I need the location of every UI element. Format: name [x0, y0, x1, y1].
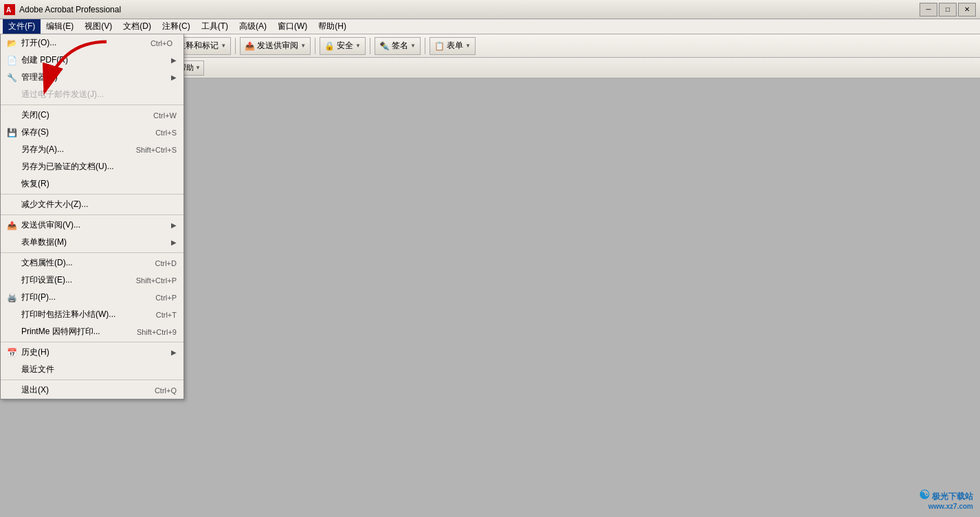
- menu-printme[interactable]: PrintMe 因特网打印... Shift+Ctrl+9: [1, 323, 183, 340]
- menu-bar: 文件(F) 编辑(E) 视图(V) 文档(D) 注释(C) 工具(T) 高级(A…: [0, 19, 980, 34]
- menu-save-as[interactable]: 另存为(A)... Shift+Ctrl+S: [1, 141, 183, 158]
- print-setup-icon: [6, 275, 17, 286]
- save-as-shortcut: Shift+Ctrl+S: [136, 146, 177, 154]
- menu-save-verified[interactable]: 另存为已验证的文档(U)...: [1, 158, 183, 175]
- history-submenu-icon: ▶: [171, 349, 177, 356]
- exit-icon: [6, 385, 17, 396]
- menu-item-view[interactable]: 视图(V): [79, 19, 118, 34]
- form-data-icon: [6, 237, 17, 248]
- menu-manager[interactable]: 🔧 管理器(N) ▶: [1, 69, 183, 86]
- printme-shortcut: Shift+Ctrl+9: [137, 328, 177, 336]
- send-email-icon: [6, 89, 17, 100]
- security-dropdown-icon: ▼: [355, 43, 361, 49]
- menu-revert[interactable]: 恢复(R): [1, 175, 183, 192]
- send-review-icon: 📤: [245, 41, 255, 51]
- menu-form-data[interactable]: 表单数据(M) ▶: [1, 234, 183, 251]
- file-menu-dropdown: 📂 打开(O)... Ctrl+O 📄 创建 PDF(R) ▶ 🔧 管理器(N)…: [0, 34, 184, 399]
- menu-doc-props[interactable]: 文档属性(D)... Ctrl+D: [1, 254, 183, 272]
- toolbar-sep-5: [315, 38, 315, 54]
- save-verified-icon: [6, 162, 17, 173]
- minimize-button[interactable]: ─: [920, 3, 937, 16]
- maximize-button[interactable]: □: [939, 3, 957, 16]
- print-comments-icon: [6, 309, 17, 320]
- sep-3: [1, 214, 183, 215]
- toolbar-sep-4: [235, 38, 236, 54]
- open-label: 打开(O)...: [21, 37, 56, 49]
- forms-icon: 📋: [434, 41, 445, 51]
- sep-6: [1, 380, 183, 380]
- sign-button[interactable]: ✒️ 签名 ▼: [375, 37, 421, 55]
- save-as-icon: [6, 144, 17, 155]
- sign-icon: ✒️: [379, 41, 390, 51]
- menu-item-help[interactable]: 帮助(H): [313, 19, 352, 34]
- print-setup-shortcut: Shift+Ctrl+P: [136, 276, 177, 285]
- menu-item-edit[interactable]: 编辑(E): [41, 19, 79, 34]
- send-review-button[interactable]: 📤 发送供审阅 ▼: [240, 37, 311, 55]
- forms-button[interactable]: 📋 表单 ▼: [430, 37, 476, 55]
- watermark-site: 极光下载站: [932, 492, 973, 501]
- watermark: ☯ 极光下载站 www.xz7.com: [919, 487, 973, 510]
- menu-reduce[interactable]: 减少文件大小(Z)...: [1, 196, 183, 213]
- sep-1: [1, 104, 183, 105]
- title-bar: A Adobe Acrobat Professional ─ □ ✕: [0, 0, 980, 19]
- app-icon: A: [4, 4, 15, 15]
- menu-print-comments[interactable]: 打印时包括注释小结(W)... Ctrl+T: [1, 306, 183, 323]
- security-button[interactable]: 🔒 安全 ▼: [320, 37, 366, 55]
- close-button[interactable]: ✕: [958, 3, 976, 16]
- menu-open[interactable]: 📂 打开(O)... Ctrl+O: [1, 34, 183, 52]
- printme-icon: [6, 327, 17, 338]
- print-label: 打印(P)...: [21, 292, 56, 303]
- menu-exit[interactable]: 退出(X) Ctrl+Q: [1, 382, 183, 399]
- save-as-label: 另存为(A)...: [21, 144, 64, 155]
- send-review-menu-label: 发送供审阅(V)...: [21, 219, 80, 231]
- revert-label: 恢复(R): [21, 178, 49, 190]
- save-verified-label: 另存为已验证的文档(U)...: [21, 161, 114, 173]
- menu-recent[interactable]: 最近文件: [1, 361, 183, 378]
- menu-item-document[interactable]: 文档(D): [118, 19, 157, 34]
- window-controls: ─ □ ✕: [920, 3, 976, 16]
- reduce-label: 减少文件大小(Z)...: [21, 199, 88, 210]
- menu-item-advanced[interactable]: 高级(A): [234, 19, 272, 34]
- doc-props-label: 文档属性(D)...: [21, 257, 73, 269]
- create-pdf-menu-icon: 📄: [6, 55, 17, 66]
- menu-save[interactable]: 💾 保存(S) Ctrl+S: [1, 124, 183, 141]
- menu-item-file[interactable]: 文件(F): [3, 19, 41, 34]
- menu-close[interactable]: 关闭(C) Ctrl+W: [1, 107, 183, 124]
- forms-label: 表单: [447, 40, 463, 52]
- menu-item-comment[interactable]: 注释(C): [157, 19, 196, 34]
- print-shortcut: Ctrl+P: [155, 294, 177, 302]
- close-menu-icon: [6, 110, 17, 121]
- sep-5: [1, 342, 183, 342]
- create-pdf-menu-label: 创建 PDF(R): [21, 54, 68, 66]
- print-icon: 🖨️: [6, 292, 17, 303]
- save-icon: 💾: [6, 127, 17, 138]
- watermark-icon: ☯: [919, 488, 930, 502]
- history-label: 历史(H): [21, 346, 49, 358]
- menu-history[interactable]: 📅 历史(H) ▶: [1, 344, 183, 361]
- sep-4: [1, 252, 183, 253]
- form-data-submenu-icon: ▶: [171, 239, 177, 246]
- menu-item-tools[interactable]: 工具(T): [196, 19, 234, 34]
- form-data-label: 表单数据(M): [21, 236, 67, 248]
- save-shortcut: Ctrl+S: [155, 129, 177, 137]
- toolbar-sep-6: [370, 38, 370, 54]
- sep-2: [1, 194, 183, 195]
- menu-send-email[interactable]: 通过电子邮件发送(J)...: [1, 86, 183, 103]
- sign-label: 签名: [392, 40, 408, 52]
- exit-shortcut: Ctrl+Q: [155, 386, 177, 395]
- svg-text:A: A: [6, 6, 11, 14]
- help-dropdown-icon: ▼: [195, 65, 201, 71]
- toolbar-sep-7: [425, 38, 425, 54]
- security-label: 安全: [337, 40, 353, 52]
- open-shortcut: Ctrl+O: [151, 39, 172, 47]
- manager-submenu-icon: ▶: [171, 74, 177, 81]
- security-icon: 🔒: [324, 41, 335, 51]
- close-shortcut: Ctrl+W: [153, 111, 177, 120]
- menu-print[interactable]: 🖨️ 打印(P)... Ctrl+P: [1, 289, 183, 306]
- menu-print-setup[interactable]: 打印设置(E)... Shift+Ctrl+P: [1, 272, 183, 289]
- menu-create-pdf[interactable]: 📄 创建 PDF(R) ▶: [1, 52, 183, 69]
- save-label: 保存(S): [21, 126, 49, 138]
- menu-send-review[interactable]: 📤 发送供审阅(V)... ▶: [1, 217, 183, 234]
- menu-item-window[interactable]: 窗口(W): [272, 19, 313, 34]
- printme-label: PrintMe 因特网打印...: [21, 326, 100, 338]
